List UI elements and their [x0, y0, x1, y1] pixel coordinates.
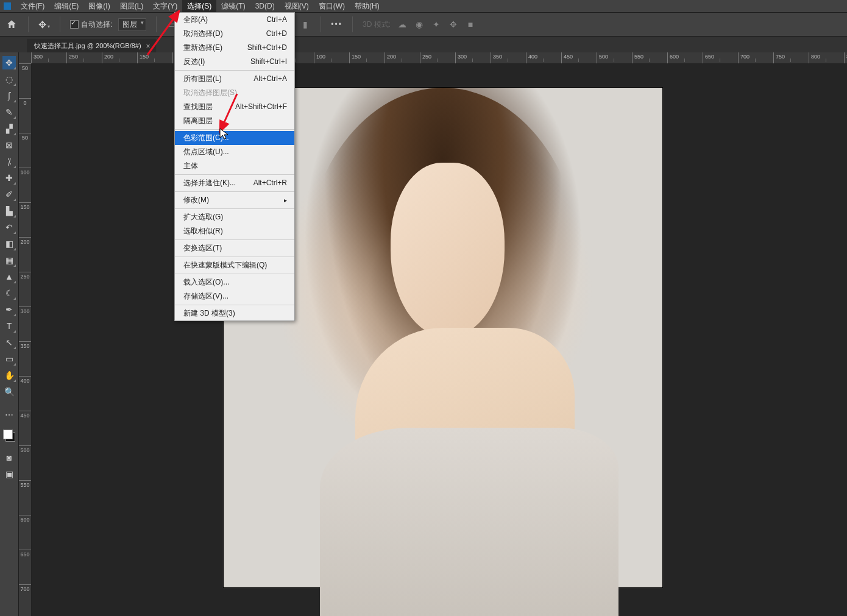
menu-帮助[interactable]: 帮助(H)	[350, 0, 385, 12]
menu-图像[interactable]: 图像(I)	[83, 0, 115, 12]
type-tool[interactable]: T	[2, 319, 16, 333]
svg-line-1	[220, 94, 237, 132]
path-select-tool[interactable]: ↖	[2, 336, 16, 349]
brush-tool[interactable]: ✐	[2, 188, 16, 201]
vertical-ruler[interactable]: 5005010015020025030035040045050055060065…	[19, 63, 32, 616]
document-tab[interactable]: 快速选择工具.jpg @ 200%(RGB/8#) ×	[27, 38, 157, 54]
menu-编辑[interactable]: 编辑(E)	[49, 0, 83, 12]
move-tool[interactable]: ✥	[2, 56, 16, 69]
3d-icon: ✦	[431, 19, 442, 30]
stamp-tool[interactable]: ▙	[2, 204, 16, 218]
menu-item[interactable]: 主体	[175, 159, 294, 173]
menu-item[interactable]: 选择并遮住(K)...Alt+Ctrl+R	[175, 176, 294, 190]
gradient-tool[interactable]: ▦	[2, 253, 16, 267]
menu-item[interactable]: 新建 3D 模型(3)	[175, 306, 294, 320]
menu-item[interactable]: 所有图层(L)Alt+Ctrl+A	[175, 72, 294, 86]
3d-icon: ✥	[448, 19, 459, 30]
screen-mode-icon[interactable]: ▣	[2, 467, 16, 481]
menu-item[interactable]: 在快速蒙版模式下编辑(Q)	[175, 258, 294, 272]
menu-视图[interactable]: 视图(V)	[280, 0, 314, 12]
menu-item[interactable]: 选取相似(R)	[175, 224, 294, 238]
quick-mask-icon[interactable]: ◙	[2, 451, 16, 464]
menu-item[interactable]: 载入选区(O)...	[175, 275, 294, 289]
menu-item[interactable]: 修改(M)	[175, 193, 294, 207]
dodge-tool[interactable]: ☾	[2, 286, 16, 300]
menu-文件[interactable]: 文件(F)	[16, 0, 49, 12]
healing-tool[interactable]: ✚	[2, 171, 16, 185]
divider	[60, 16, 60, 32]
menu-item[interactable]: 变换选区(T)	[175, 241, 294, 255]
menu-item[interactable]: 重新选择(E)Shift+Ctrl+D	[175, 41, 294, 55]
eyedropper-tool[interactable]: ⁒	[2, 155, 16, 168]
auto-select-checkbox[interactable]: 自动选择:	[70, 19, 112, 30]
eraser-tool[interactable]: ◧	[2, 237, 16, 250]
3d-icon: ◉	[414, 19, 425, 30]
pen-tool[interactable]: ✒	[2, 303, 16, 316]
menu-item[interactable]: 全部(A)Ctrl+A	[175, 13, 294, 27]
menu-item[interactable]: 取消选择(D)Ctrl+D	[175, 27, 294, 41]
quick-select-tool[interactable]: ✎	[2, 105, 16, 119]
menubar: 文件(F)编辑(E)图像(I)图层(L)文字(Y)选择(S)滤镜(T)3D(D)…	[0, 0, 847, 13]
edit-toolbar-icon[interactable]: ⋯	[2, 408, 16, 422]
3d-icons-group: ☁ ◉ ✦ ✥ ■	[397, 19, 476, 30]
color-swatch[interactable]	[3, 430, 15, 442]
menu-图层[interactable]: 图层(L)	[115, 0, 149, 12]
zoom-tool[interactable]: 🔍	[2, 385, 16, 398]
select-menu-dropdown[interactable]: 全部(A)Ctrl+A取消选择(D)Ctrl+D重新选择(E)Shift+Ctr…	[174, 12, 295, 321]
menu-3D[interactable]: 3D(D)	[250, 0, 280, 12]
divider	[321, 16, 321, 32]
menu-item[interactable]: 扩大选取(G)	[175, 210, 294, 224]
move-tool-icon[interactable]: ✥▾	[38, 19, 50, 30]
cursor-icon	[219, 128, 229, 140]
tools-panel: ✥ ◌ ʃ ✎ ▞ ⊠ ⁒ ✚ ✐ ▙ ↶ ◧ ▦ ▲ ☾ ✒ T ↖ ▭ ✋ …	[0, 52, 19, 616]
3d-icon: ☁	[397, 19, 408, 30]
document-tab-bar: 快速选择工具.jpg @ 200%(RGB/8#) ×	[0, 37, 847, 54]
menu-item[interactable]: 反选(I)Shift+Ctrl+I	[175, 55, 294, 69]
menu-item[interactable]: 存储选区(V)...	[175, 289, 294, 303]
distribute-icon[interactable]: ▮	[300, 19, 311, 30]
lasso-tool[interactable]: ʃ	[2, 89, 16, 102]
frame-tool[interactable]: ⊠	[2, 138, 16, 152]
divider	[352, 16, 353, 32]
workspace: ✥ ◌ ʃ ✎ ▞ ⊠ ⁒ ✚ ✐ ▙ ↶ ◧ ▦ ▲ ☾ ✒ T ↖ ▭ ✋ …	[0, 52, 847, 616]
3d-icon: ■	[465, 19, 476, 30]
divider	[28, 16, 29, 32]
annotation-arrow	[145, 9, 188, 57]
marquee-tool[interactable]: ◌	[2, 73, 16, 86]
document-tab-title: 快速选择工具.jpg @ 200%(RGB/8#)	[34, 41, 141, 51]
options-bar: ✥▾ 自动选择: 图层 ▭ ⊞ ⬍ ⬌ ▥ ▤ ▯ ▮ ••• 3D 模式: ☁…	[0, 13, 847, 37]
blur-tool[interactable]: ▲	[2, 270, 16, 283]
menu-item[interactable]: 焦点区域(U)...	[175, 145, 294, 159]
menu-滤镜[interactable]: 滤镜(T)	[216, 0, 250, 12]
crop-tool[interactable]: ▞	[2, 122, 16, 135]
canvas-area[interactable]: 3002502001501005005010015020025030035040…	[19, 52, 847, 616]
hand-tool[interactable]: ✋	[2, 369, 16, 382]
menu-窗口[interactable]: 窗口(W)	[314, 0, 350, 12]
svg-line-0	[147, 11, 179, 55]
more-options-icon[interactable]: •••	[331, 20, 342, 29]
layer-group-select[interactable]: 图层	[118, 18, 146, 31]
home-button[interactable]	[5, 18, 18, 31]
history-brush-tool[interactable]: ↶	[2, 221, 16, 234]
ruler-origin[interactable]	[19, 52, 32, 64]
app-logo-icon	[4, 2, 11, 10]
shape-tool[interactable]: ▭	[2, 352, 16, 366]
auto-select-label: 自动选择:	[81, 19, 112, 30]
3d-mode-label: 3D 模式:	[363, 19, 391, 30]
